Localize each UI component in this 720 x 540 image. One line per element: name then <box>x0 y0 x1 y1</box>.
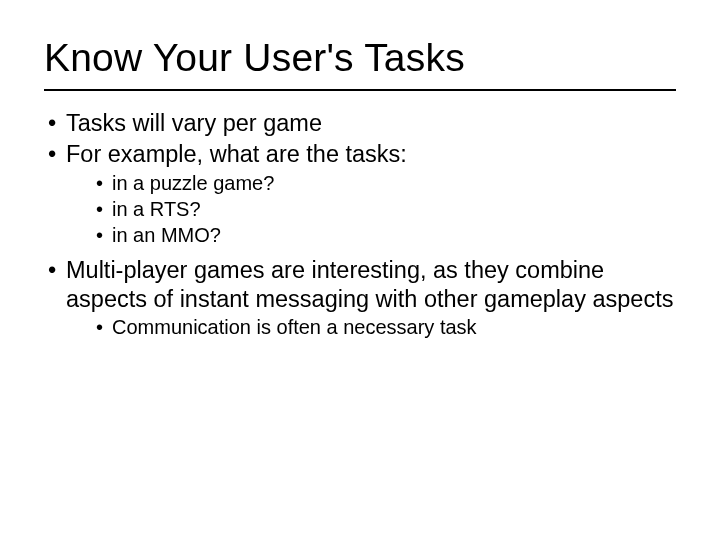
bullet-text: in a RTS? <box>112 198 201 220</box>
list-item: For example, what are the tasks: in a pu… <box>48 140 676 248</box>
bullet-list: Tasks will vary per game For example, wh… <box>48 109 676 341</box>
bullet-text: Tasks will vary per game <box>66 110 322 136</box>
list-item: Multi-player games are interesting, as t… <box>48 256 676 340</box>
sub-bullet-list: in a puzzle game? in a RTS? in an MMO? <box>96 171 676 248</box>
title-underline <box>44 89 676 91</box>
bullet-text: Multi-player games are interesting, as t… <box>66 257 673 312</box>
list-item: Tasks will vary per game <box>48 109 676 138</box>
list-item: in an MMO? <box>96 223 676 248</box>
bullet-text: For example, what are the tasks: <box>66 141 407 167</box>
bullet-text: in a puzzle game? <box>112 172 274 194</box>
slide-title: Know Your User's Tasks <box>44 34 676 83</box>
slide: Know Your User's Tasks Tasks will vary p… <box>0 0 720 540</box>
list-item: Communication is often a necessary task <box>96 315 676 340</box>
list-item: in a puzzle game? <box>96 171 676 196</box>
bullet-text: Communication is often a necessary task <box>112 316 477 338</box>
sub-bullet-list: Communication is often a necessary task <box>96 315 676 340</box>
list-item: in a RTS? <box>96 197 676 222</box>
bullet-text: in an MMO? <box>112 224 221 246</box>
